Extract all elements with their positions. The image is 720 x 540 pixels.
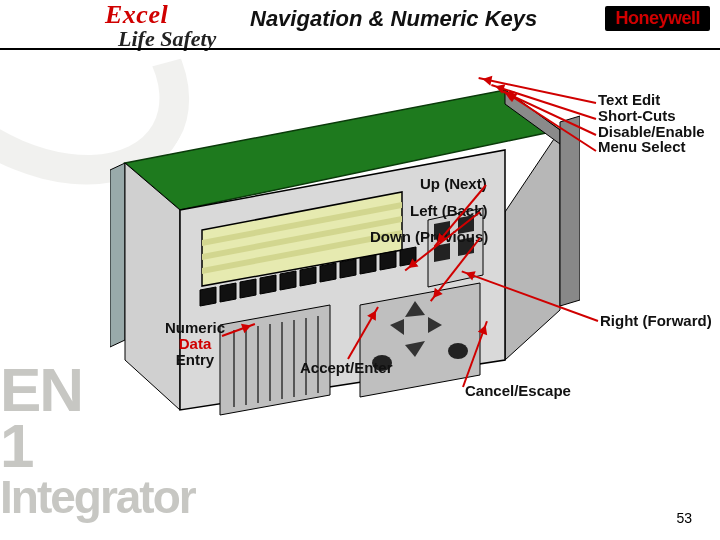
annotation-up: Up (Next) [420,175,487,192]
svg-marker-13 [240,279,256,298]
annotation-down: Down (Previous) [370,228,488,245]
annotation-cancel: Cancel/Escape [465,382,571,399]
svg-marker-19 [360,255,376,274]
svg-marker-12 [220,283,236,302]
annotation-numeric-line: Numeric [160,320,230,336]
annotation-right: Right (Forward) [600,312,712,329]
annotation-numeric: NumericDataEntry [160,320,230,367]
annotation-text-edit-text: Text Edit Short-Cuts Disable/Enable Menu… [598,91,705,155]
annotation-accept: Accept/Enter [300,359,393,376]
svg-marker-18 [340,259,356,278]
svg-marker-11 [200,287,216,306]
honeywell-logo: Honeywell [605,6,710,31]
annotation-numeric-line: Data [160,336,230,352]
header: Excel Life Safety Navigation & Numeric K… [0,0,720,42]
svg-marker-4 [560,116,580,306]
page-number: 53 [676,510,692,526]
svg-marker-0 [110,163,125,347]
svg-point-42 [448,343,468,359]
svg-marker-2 [505,130,560,360]
page-title: Navigation & Numeric Keys [250,6,537,32]
device-illustration [110,80,580,430]
annotation-numeric-line: Entry [160,352,230,368]
svg-marker-20 [380,251,396,270]
bg-text-line3: Integrator [0,474,195,520]
svg-marker-14 [260,275,276,294]
svg-marker-17 [320,263,336,282]
annotation-text-edit-block: Text Edit Short-Cuts Disable/Enable Menu… [598,92,718,155]
svg-marker-15 [280,271,296,290]
svg-marker-16 [300,267,316,286]
header-rule [0,48,720,50]
